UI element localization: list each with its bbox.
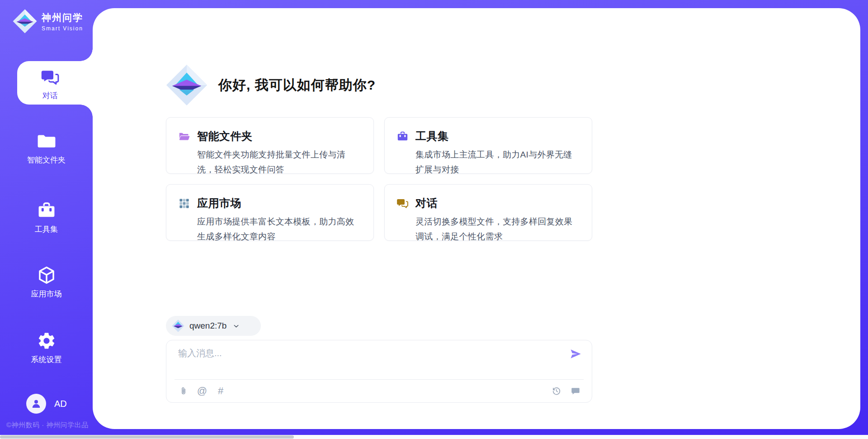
mention-button[interactable]: @ <box>197 386 208 396</box>
sidebar-item-label: 智能文件夹 <box>0 155 93 165</box>
send-icon <box>569 348 582 360</box>
brand-name: 神州问学 <box>42 11 83 24</box>
diamond-logo-icon <box>166 64 208 106</box>
sidebar-item-label: 对话 <box>17 91 83 101</box>
topic-button[interactable]: # <box>215 386 226 396</box>
gear-icon <box>37 331 57 351</box>
send-button[interactable] <box>569 348 582 360</box>
feature-cards: 智能文件夹 智能文件夹功能支持批量文件上传与清洗，轻松实现文件问答 工具集 集成… <box>166 117 594 241</box>
card-app-market[interactable]: 应用市场 应用市场提供丰富长文本模板，助力高效生成多样化文章内容 <box>166 184 374 241</box>
card-title: 工具集 <box>415 129 449 143</box>
diamond-logo-icon <box>13 9 37 33</box>
attach-icon <box>179 386 189 396</box>
diamond-logo-icon <box>172 320 184 332</box>
brand-logo: 神州问学 Smart Vision <box>13 9 83 33</box>
chevron-down-icon <box>232 322 240 330</box>
message-input[interactable] <box>178 347 560 374</box>
feedback-button[interactable] <box>570 386 581 396</box>
greeting-title: 你好, 我可以如何帮助你? <box>218 76 376 95</box>
sidebar-item-toolset[interactable]: 工具集 <box>0 200 93 234</box>
copyright-text: ©神州数码 · 神州问学出品 <box>6 421 88 429</box>
toolbox-icon <box>37 200 57 220</box>
scrollbar-thumb[interactable] <box>0 435 294 439</box>
card-description: 灵活切换多模型文件，支持多样回复效果调试，满足个性化需求 <box>415 215 580 244</box>
message-composer: @ # <box>166 340 592 403</box>
model-selector[interactable]: qwen2:7b <box>166 316 261 336</box>
composer-divider <box>175 379 584 380</box>
avatar <box>26 394 46 414</box>
greeting: 你好, 我可以如何帮助你? <box>166 64 376 106</box>
model-name: qwen2:7b <box>189 321 226 331</box>
brand-subtitle: Smart Vision <box>42 25 83 32</box>
card-description: 智能文件夹功能支持批量文件上传与清洗，轻松实现文件问答 <box>197 148 362 177</box>
topic-icon: # <box>218 386 223 396</box>
sidebar: 神州问学 Smart Vision 对话 智能文件夹 工具集 <box>0 0 93 439</box>
feedback-icon <box>571 386 580 396</box>
sidebar-item-label: 应用市场 <box>0 289 93 299</box>
folder-icon <box>37 131 57 151</box>
card-description: 集成市场上主流工具，助力AI与外界无缝扩展与对接 <box>415 148 580 177</box>
card-title: 应用市场 <box>197 196 241 210</box>
sidebar-item-app-market[interactable]: 应用市场 <box>0 265 93 299</box>
person-icon <box>30 398 42 410</box>
cube-icon <box>37 265 57 285</box>
chat-icon <box>41 68 60 87</box>
horizontal-scrollbar <box>0 435 868 439</box>
sidebar-item-label: 工具集 <box>0 224 93 234</box>
sidebar-item-smart-folder[interactable]: 智能文件夹 <box>0 131 93 165</box>
user-initials: AD <box>54 399 67 409</box>
grid-icon <box>178 197 190 210</box>
user-menu[interactable]: AD <box>26 394 67 414</box>
card-title: 对话 <box>415 196 438 210</box>
card-toolset[interactable]: 工具集 集成市场上主流工具，助力AI与外界无缝扩展与对接 <box>384 117 592 174</box>
card-smart-folder[interactable]: 智能文件夹 智能文件夹功能支持批量文件上传与清洗，轻松实现文件问答 <box>166 117 374 174</box>
sidebar-item-settings[interactable]: 系统设置 <box>0 331 93 365</box>
mention-icon: @ <box>197 386 207 396</box>
sidebar-item-chat[interactable]: 对话 <box>17 61 93 105</box>
card-chat[interactable]: 对话 灵活切换多模型文件，支持多样回复效果调试，满足个性化需求 <box>384 184 592 241</box>
chat-icon <box>396 197 409 210</box>
attach-button[interactable] <box>178 386 189 396</box>
history-button[interactable] <box>551 386 562 396</box>
card-title: 智能文件夹 <box>197 129 253 143</box>
card-description: 应用市场提供丰富长文本模板，助力高效生成多样化文章内容 <box>197 215 362 244</box>
sidebar-item-label: 系统设置 <box>0 354 93 365</box>
history-icon <box>552 386 561 396</box>
folder-open-icon <box>178 130 190 143</box>
toolbox-icon <box>396 130 409 143</box>
